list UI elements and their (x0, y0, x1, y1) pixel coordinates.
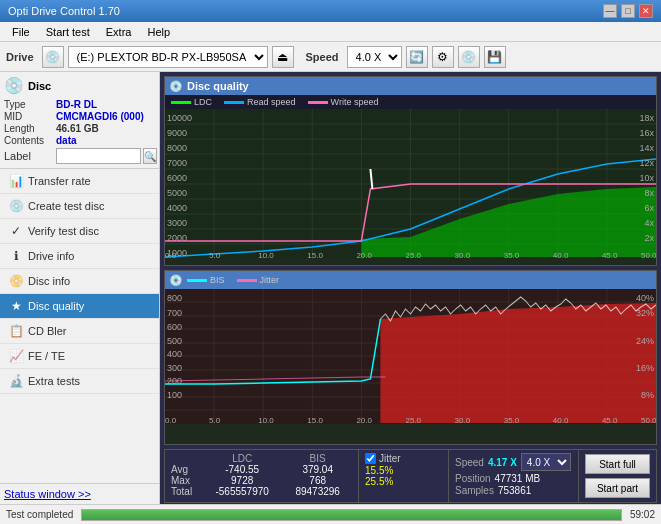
drive-select[interactable]: (E:) PLEXTOR BD-R PX-LB950SA 1.06 (68, 46, 268, 68)
menu-extra[interactable]: Extra (98, 24, 140, 40)
window-controls: — □ ✕ (603, 4, 653, 18)
speed-stat-label: Speed (455, 457, 484, 468)
svg-text:100: 100 (167, 390, 182, 400)
svg-text:10000: 10000 (167, 113, 192, 123)
nav-cd-bler-label: CD Bler (28, 325, 67, 337)
nav-verify-test-disc-label: Verify test disc (28, 225, 99, 237)
disc-button[interactable]: 💿 (458, 46, 480, 68)
svg-text:600: 600 (167, 322, 182, 332)
status-time: 59:02 (630, 509, 655, 520)
avg-ldc: -740.55 (201, 464, 283, 475)
verify-test-disc-icon: ✓ (8, 223, 24, 239)
position-value: 47731 MB (495, 473, 541, 484)
max-jitter: 25.5% (365, 476, 442, 487)
status-text: Test completed (6, 509, 73, 520)
disc-length-row: Length 46.61 GB (4, 123, 155, 134)
stats-ldc-bis: LDC BIS Avg -740.55 379.04 Max 9728 768 (165, 450, 359, 502)
samples-value: 753861 (498, 485, 531, 496)
progress-bar-container (81, 509, 622, 521)
fe-te-icon: 📈 (8, 348, 24, 364)
svg-text:8000: 8000 (167, 143, 187, 153)
nav-create-test-disc[interactable]: 💿 Create test disc (0, 194, 159, 219)
total-bis: 89473296 (283, 486, 352, 497)
nav-disc-quality[interactable]: ★ Disc quality (0, 294, 159, 319)
maximize-button[interactable]: □ (621, 4, 635, 18)
lower-chart-icon: 💿 (169, 274, 183, 287)
nav-drive-info[interactable]: ℹ Drive info (0, 244, 159, 269)
nav-disc-info-label: Disc info (28, 275, 70, 287)
svg-text:0.0: 0.0 (165, 416, 177, 424)
disc-quality-icon: ★ (8, 298, 24, 314)
disc-type-value: BD-R DL (56, 99, 97, 110)
menu-file[interactable]: File (4, 24, 38, 40)
jitter-checkbox[interactable] (365, 453, 376, 464)
refresh-button[interactable]: 🔄 (406, 46, 428, 68)
app-title: Opti Drive Control 1.70 (8, 5, 120, 17)
nav-verify-test-disc[interactable]: ✓ Verify test disc (0, 219, 159, 244)
speed-stat-select[interactable]: 4.0 X (521, 453, 571, 471)
legend-bis: BIS (210, 275, 225, 285)
nav-extra-tests[interactable]: 🔬 Extra tests (0, 369, 159, 394)
svg-text:20.0: 20.0 (356, 251, 372, 259)
transfer-rate-icon: 📊 (8, 173, 24, 189)
upper-chart-svg: 18x 16x 14x 12x 10x 8x 6x 4x 2x 10000 90… (165, 109, 656, 259)
menu-help[interactable]: Help (139, 24, 178, 40)
svg-text:0.0: 0.0 (165, 251, 177, 259)
menu-start-test[interactable]: Start test (38, 24, 98, 40)
start-full-button[interactable]: Start full (585, 454, 650, 474)
nav-extra-tests-label: Extra tests (28, 375, 80, 387)
progress-bar-fill (82, 510, 621, 520)
svg-text:32%: 32% (636, 308, 654, 318)
extra-tests-icon: 🔬 (8, 373, 24, 389)
speed-select[interactable]: 4.0 X (347, 46, 402, 68)
toolbar: Drive 💿 (E:) PLEXTOR BD-R PX-LB950SA 1.0… (0, 42, 661, 72)
svg-text:700: 700 (167, 308, 182, 318)
menu-bar: File Start test Extra Help (0, 22, 661, 42)
svg-text:14x: 14x (639, 143, 654, 153)
disc-header: 💿 Disc (4, 76, 155, 95)
nav-cd-bler[interactable]: 📋 CD Bler (0, 319, 159, 344)
avg-jitter: 15.5% (365, 465, 442, 476)
settings-button[interactable]: ⚙ (432, 46, 454, 68)
title-bar: Opti Drive Control 1.70 — □ ✕ (0, 0, 661, 22)
svg-text:45.0: 45.0 (602, 251, 618, 259)
start-part-button[interactable]: Start part (585, 478, 650, 498)
avg-label: Avg (171, 464, 201, 475)
status-window-link[interactable]: Status window >> (4, 488, 91, 500)
svg-text:10x: 10x (639, 173, 654, 183)
disc-mid-value: CMCMAGDI6 (000) (56, 111, 144, 122)
svg-text:4x: 4x (644, 218, 654, 228)
svg-text:400: 400 (167, 349, 182, 359)
disc-panel-title: Disc (28, 80, 51, 92)
svg-text:800: 800 (167, 293, 182, 303)
disc-panel-icon: 💿 (4, 76, 24, 95)
nav-create-test-disc-label: Create test disc (28, 200, 104, 212)
disc-label-button[interactable]: 🔍 (143, 148, 157, 164)
disc-length-label: Length (4, 123, 56, 134)
minimize-button[interactable]: — (603, 4, 617, 18)
lower-chart-title-bar: 💿 BIS Jitter (165, 271, 656, 289)
close-button[interactable]: ✕ (639, 4, 653, 18)
svg-text:2x: 2x (644, 233, 654, 243)
svg-text:15.0: 15.0 (307, 416, 323, 424)
nav-transfer-rate[interactable]: 📊 Transfer rate (0, 169, 159, 194)
disc-info-icon: 📀 (8, 273, 24, 289)
lower-chart-svg: 800 700 600 500 400 300 200 100 40% 32% … (165, 289, 656, 424)
svg-text:35.0: 35.0 (504, 251, 520, 259)
ldc-bis-table: LDC BIS Avg -740.55 379.04 Max 9728 768 (171, 453, 352, 497)
nav-fe-te[interactable]: 📈 FE / TE (0, 344, 159, 369)
drive-label: Drive (6, 51, 34, 63)
total-label: Total (171, 486, 201, 497)
svg-text:5000: 5000 (167, 188, 187, 198)
content-area: 💿 Disc quality LDC Read speed (160, 72, 661, 504)
create-test-disc-icon: 💿 (8, 198, 24, 214)
disc-label-input[interactable] (56, 148, 141, 164)
drive-icon: 💿 (42, 46, 64, 68)
eject-button[interactable]: ⏏ (272, 46, 294, 68)
save-button[interactable]: 💾 (484, 46, 506, 68)
stats-speed: Speed 4.17 X 4.0 X Position 47731 MB Sam… (449, 450, 579, 502)
nav-disc-info[interactable]: 📀 Disc info (0, 269, 159, 294)
stats-row: LDC BIS Avg -740.55 379.04 Max 9728 768 (164, 449, 657, 503)
disc-type-label: Type (4, 99, 56, 110)
disc-mid-label: MID (4, 111, 56, 122)
